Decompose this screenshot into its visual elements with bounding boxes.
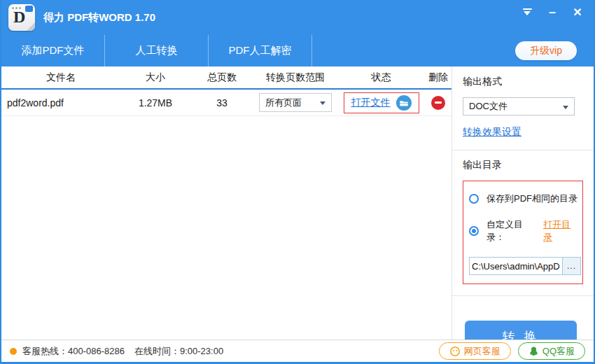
logo-fold-corner [27, 22, 35, 31]
open-dir-link[interactable]: 打开目录 [543, 218, 578, 244]
minimize-button[interactable]: – [546, 6, 559, 18]
service-buttons: 网页客服 QQ客服 [439, 342, 585, 360]
app-window: D 得力 PDF转WORD 1.70 – ✕ 添加PDF文件 人工转换 PDF人… [0, 0, 595, 364]
same-dir-radio[interactable] [469, 194, 479, 204]
tabbar: 添加PDF文件 人工转换 PDF人工解密 升级vip [1, 35, 594, 66]
conversion-effect-link[interactable]: 转换效果设置 [463, 126, 522, 139]
table-row: pdf2word.pdf 1.27MB 33 所有页面 打开文件 [1, 90, 451, 116]
delete-row-button[interactable] [431, 96, 445, 110]
collapse-tray-icon[interactable] [521, 6, 533, 18]
smiley-chat-icon [449, 346, 461, 357]
upgrade-vip-button[interactable]: 升级vip [515, 41, 577, 60]
status-cell: 打开文件 [337, 92, 425, 113]
hotline-text: 客服热线：400-086-8286 [22, 345, 125, 358]
same-dir-label[interactable]: 保存到PDF相同的目录 [486, 192, 578, 205]
file-name-cell: pdf2word.pdf [1, 97, 120, 108]
output-path-row: ... [469, 257, 581, 275]
main-content: 文件名 大小 总页数 转换页数范围 状态 删除 pdf2word.pdf 1.2… [1, 66, 594, 340]
open-folder-icon[interactable] [396, 95, 412, 111]
page-range-cell: 所有页面 [253, 93, 337, 112]
col-total-pages: 总页数 [190, 71, 253, 84]
chevron-down-icon [320, 102, 326, 105]
logo-letter: D [13, 8, 25, 27]
custom-dir-radio[interactable] [469, 226, 479, 236]
tab-pdf-decrypt[interactable]: PDF人工解密 [209, 35, 312, 66]
col-filename: 文件名 [1, 71, 120, 84]
custom-dir-label[interactable]: 自定义目录： [486, 218, 539, 244]
qq-service-label: QQ客服 [542, 345, 575, 358]
file-table: 文件名 大小 总页数 转换页数范围 状态 删除 pdf2word.pdf 1.2… [1, 66, 451, 340]
titlebar: D 得力 PDF转WORD 1.70 – ✕ [1, 0, 594, 35]
divider [452, 150, 594, 150]
table-header-row: 文件名 大小 总页数 转换页数范围 状态 删除 [1, 66, 451, 90]
col-delete: 删除 [425, 71, 451, 84]
total-pages-cell: 33 [190, 97, 253, 108]
qq-penguin-icon [528, 346, 539, 357]
online-time-text: 在线时间：9:00-23:00 [134, 345, 223, 358]
chevron-down-icon [563, 106, 568, 109]
output-dir-highlight-box: 保存到PDF相同的目录 自定义目录： 打开目录 ... [463, 181, 583, 284]
statusbar: 客服热线：400-086-8286 在线时间：9:00-23:00 网页客服 Q… [1, 340, 594, 362]
hotline-dot-icon [10, 348, 17, 355]
same-dir-option: 保存到PDF相同的目录 [469, 192, 578, 205]
browse-button[interactable]: ... [562, 257, 581, 275]
logo-tag [25, 6, 33, 12]
page-range-value: 所有页面 [265, 97, 302, 109]
delete-cell [425, 96, 451, 110]
output-format-label: 输出格式 [463, 76, 583, 88]
output-format-select[interactable]: DOC文件 [463, 97, 575, 115]
web-service-label: 网页客服 [464, 345, 500, 358]
col-status: 状态 [337, 71, 425, 84]
web-service-button[interactable]: 网页客服 [439, 342, 511, 360]
tab-manual-convert[interactable]: 人工转换 [105, 35, 209, 66]
app-logo-icon: D [8, 4, 35, 31]
file-size-cell: 1.27MB [120, 97, 190, 108]
settings-panel: 输出格式 DOC文件 转换效果设置 输出目录 保存到PDF相同的目录 自定义目录… [451, 66, 594, 340]
output-format-value: DOC文件 [469, 100, 507, 113]
custom-dir-option: 自定义目录： 打开目录 [469, 218, 578, 244]
col-size: 大小 [120, 71, 190, 84]
open-file-link[interactable]: 打开文件 [351, 97, 391, 109]
qq-service-button[interactable]: QQ客服 [518, 342, 585, 360]
col-page-range: 转换页数范围 [253, 71, 337, 84]
tab-add-pdf[interactable]: 添加PDF文件 [1, 35, 105, 66]
page-range-select[interactable]: 所有页面 [259, 93, 332, 112]
window-title: 得力 PDF转WORD 1.70 [43, 11, 155, 24]
window-controls: – ✕ [521, 6, 584, 18]
output-dir-label: 输出目录 [463, 159, 583, 172]
output-path-input[interactable] [469, 257, 562, 275]
divider [452, 295, 594, 296]
close-button[interactable]: ✕ [571, 6, 584, 18]
status-highlight-box: 打开文件 [344, 92, 419, 113]
